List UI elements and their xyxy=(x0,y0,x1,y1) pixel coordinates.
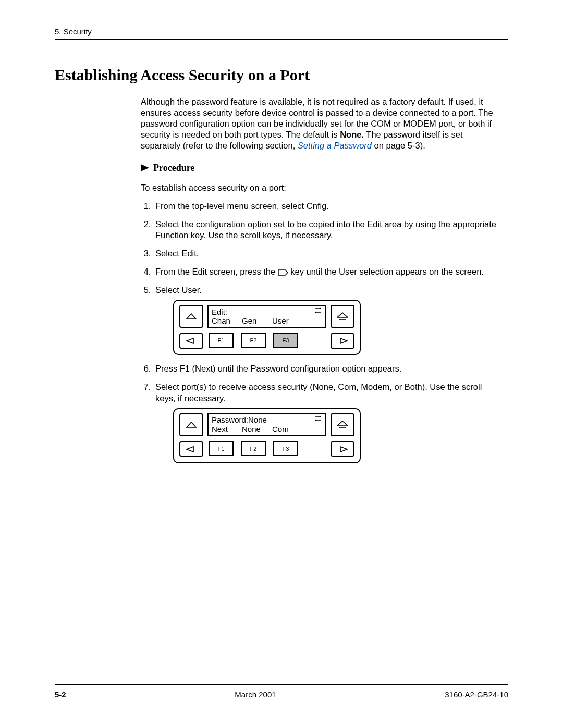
triangle-right-icon xyxy=(337,338,348,344)
footer-date: March 2001 xyxy=(235,690,276,699)
svg-marker-16 xyxy=(337,421,348,426)
procedure-label: Procedure xyxy=(153,162,194,174)
lcd-display-2: Password:None Next None Com xyxy=(207,413,326,436)
page-title: Establishing Access Security on a Port xyxy=(55,66,508,84)
f3-key[interactable]: F3 xyxy=(273,441,298,456)
svg-marker-7 xyxy=(337,313,348,317)
step-4-text-a: From the Edit screen, press the xyxy=(155,267,278,276)
intro-suffix: on page 5-3). xyxy=(374,141,425,150)
triangle-right-icon xyxy=(141,164,149,171)
svg-marker-0 xyxy=(141,164,149,171)
running-header: 5. Security xyxy=(55,27,508,36)
step-3-text: Select Edit. xyxy=(155,249,199,258)
f2-key[interactable]: F2 xyxy=(241,441,266,456)
footer-rule xyxy=(55,684,508,685)
right-button[interactable] xyxy=(331,333,354,349)
svg-marker-15 xyxy=(315,419,316,422)
left-button[interactable] xyxy=(179,333,203,349)
lcd-panel-1: Edit: Chan Gen User xyxy=(173,300,503,355)
svg-marker-13 xyxy=(320,416,321,418)
intro-bold: None. xyxy=(340,130,364,139)
procedure-heading: Procedure xyxy=(141,162,503,174)
lcd1-line1: Edit: xyxy=(212,307,322,316)
svg-marker-2 xyxy=(187,314,196,319)
cursor-icon xyxy=(314,415,322,424)
f2-key[interactable]: F2 xyxy=(241,333,266,348)
triangle-up-icon xyxy=(186,422,197,428)
step-3: Select Edit. xyxy=(153,248,503,259)
lcd2-col3: Com xyxy=(272,425,302,434)
svg-marker-18 xyxy=(187,447,193,452)
footer-docnum: 3160-A2-GB24-10 xyxy=(445,690,508,699)
page: 5. Security Establishing Access Security… xyxy=(0,0,563,728)
svg-marker-6 xyxy=(315,311,316,313)
step-4-text-b: key until the User selection appears on … xyxy=(290,267,484,276)
home-up-icon xyxy=(337,312,348,320)
home-button[interactable] xyxy=(331,305,354,328)
svg-marker-4 xyxy=(320,307,321,310)
triangle-left-icon xyxy=(186,338,197,344)
body-column: Although the password feature is availab… xyxy=(141,96,503,463)
page-footer: 5-2 March 2001 3160-A2-GB24-10 xyxy=(55,684,508,699)
procedure-steps: From the top-level menu screen, select C… xyxy=(141,201,503,463)
cursor-icon xyxy=(314,307,322,315)
lcd1-col2: Gen xyxy=(242,316,272,325)
triangle-left-icon xyxy=(186,446,197,452)
lcd-display-1: Edit: Chan Gen User xyxy=(207,305,326,328)
home-button[interactable] xyxy=(331,413,354,436)
f3-key[interactable]: F3 xyxy=(273,333,298,348)
svg-marker-10 xyxy=(340,338,347,343)
xref-setting-password[interactable]: Setting a Password xyxy=(298,141,372,150)
svg-marker-1 xyxy=(278,270,288,275)
svg-marker-9 xyxy=(187,338,193,343)
home-up-icon xyxy=(337,421,348,429)
procedure-lead: To establish access security on a port: xyxy=(141,182,503,193)
step-4: From the Edit screen, press the key unti… xyxy=(153,266,503,277)
header-rule xyxy=(55,39,508,40)
lcd2-col2: None xyxy=(242,425,272,434)
step-7-text: Select port(s) to receive access securit… xyxy=(155,382,482,402)
lcd-panel-2: Password:None Next None Com xyxy=(173,408,503,463)
up-button[interactable] xyxy=(179,305,203,328)
up-button[interactable] xyxy=(179,413,203,436)
step-7: Select port(s) to receive access securit… xyxy=(153,381,503,463)
lcd1-col1: Chan xyxy=(212,316,242,325)
step-5-text: Select User. xyxy=(155,285,202,294)
f1-key[interactable]: F1 xyxy=(209,441,234,456)
lcd2-line1: Password:None xyxy=(212,415,322,424)
svg-marker-19 xyxy=(340,447,347,452)
step-6: Press F1 (Next) until the Password confi… xyxy=(153,363,503,374)
f1-key[interactable]: F1 xyxy=(209,333,234,348)
right-arrow-key-icon xyxy=(278,269,288,276)
step-1-text: From the top-level menu screen, select C… xyxy=(155,201,329,211)
step-2: Select the configuration option set to b… xyxy=(153,219,503,241)
svg-marker-11 xyxy=(187,422,196,427)
page-number: 5-2 xyxy=(55,690,66,699)
step-5: Select User. Edit: xyxy=(153,285,503,355)
triangle-right-icon xyxy=(337,446,348,452)
lcd2-col1: Next xyxy=(212,425,242,434)
step-6-text: Press F1 (Next) until the Password confi… xyxy=(155,364,401,373)
step-1: From the top-level menu screen, select C… xyxy=(153,201,503,212)
right-button[interactable] xyxy=(331,441,354,457)
lcd1-col3: User xyxy=(272,316,302,325)
step-2-text: Select the configuration option set to b… xyxy=(155,219,496,240)
triangle-up-icon xyxy=(186,313,197,319)
intro-paragraph: Although the password feature is availab… xyxy=(141,96,503,152)
left-button[interactable] xyxy=(179,441,203,457)
